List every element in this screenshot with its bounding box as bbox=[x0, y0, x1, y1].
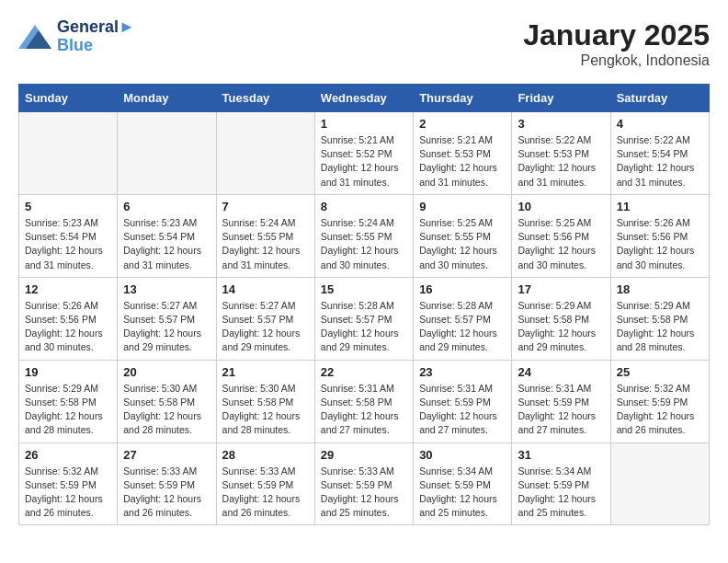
calendar-header-saturday: Saturday bbox=[610, 85, 709, 112]
calendar-cell: 12Sunrise: 5:26 AMSunset: 5:56 PMDayligh… bbox=[19, 277, 118, 360]
day-number: 10 bbox=[518, 200, 604, 213]
calendar-cell bbox=[118, 112, 216, 195]
calendar-week-3: 12Sunrise: 5:26 AMSunset: 5:56 PMDayligh… bbox=[19, 277, 710, 360]
calendar-cell: 31Sunrise: 5:34 AMSunset: 5:59 PMDayligh… bbox=[512, 442, 610, 525]
day-number: 11 bbox=[617, 200, 703, 213]
day-info: Sunrise: 5:28 AMSunset: 5:57 PMDaylight:… bbox=[419, 299, 506, 355]
day-number: 1 bbox=[321, 117, 407, 131]
day-info: Sunrise: 5:31 AMSunset: 5:59 PMDaylight:… bbox=[518, 382, 604, 438]
calendar-cell: 3Sunrise: 5:22 AMSunset: 5:53 PMDaylight… bbox=[512, 112, 610, 195]
calendar-cell: 19Sunrise: 5:29 AMSunset: 5:58 PMDayligh… bbox=[19, 360, 118, 442]
day-number: 31 bbox=[518, 448, 604, 462]
day-info: Sunrise: 5:22 AMSunset: 5:53 PMDaylight:… bbox=[518, 133, 604, 190]
calendar-header-wednesday: Wednesday bbox=[314, 85, 413, 112]
calendar-header-thursday: Thursday bbox=[414, 85, 512, 112]
day-info: Sunrise: 5:33 AMSunset: 5:59 PMDaylight:… bbox=[321, 465, 407, 521]
day-number: 8 bbox=[321, 200, 407, 213]
day-number: 16 bbox=[419, 282, 506, 296]
calendar-cell: 23Sunrise: 5:31 AMSunset: 5:59 PMDayligh… bbox=[414, 360, 512, 442]
page-header: General► Blue January 2025 Pengkok, Indo… bbox=[18, 18, 710, 69]
calendar-cell bbox=[610, 442, 709, 525]
day-info: Sunrise: 5:24 AMSunset: 5:55 PMDaylight:… bbox=[222, 216, 309, 272]
day-number: 25 bbox=[617, 365, 703, 379]
day-info: Sunrise: 5:24 AMSunset: 5:55 PMDaylight:… bbox=[321, 216, 407, 272]
calendar-cell: 7Sunrise: 5:24 AMSunset: 5:55 PMDaylight… bbox=[216, 194, 314, 277]
day-info: Sunrise: 5:23 AMSunset: 5:54 PMDaylight:… bbox=[123, 216, 210, 272]
calendar-header-friday: Friday bbox=[512, 85, 610, 112]
calendar-cell: 5Sunrise: 5:23 AMSunset: 5:54 PMDaylight… bbox=[19, 194, 118, 277]
page-title: January 2025 bbox=[523, 18, 710, 52]
day-info: Sunrise: 5:33 AMSunset: 5:59 PMDaylight:… bbox=[222, 465, 309, 521]
day-number: 14 bbox=[222, 282, 309, 296]
day-info: Sunrise: 5:32 AMSunset: 5:59 PMDaylight:… bbox=[25, 465, 111, 521]
day-number: 3 bbox=[518, 117, 604, 131]
calendar-cell: 15Sunrise: 5:28 AMSunset: 5:57 PMDayligh… bbox=[314, 277, 413, 360]
calendar-header-tuesday: Tuesday bbox=[216, 85, 314, 112]
day-number: 17 bbox=[518, 282, 604, 296]
calendar-cell: 9Sunrise: 5:25 AMSunset: 5:55 PMDaylight… bbox=[414, 194, 512, 277]
day-number: 4 bbox=[617, 117, 703, 131]
calendar-header-row: SundayMondayTuesdayWednesdayThursdayFrid… bbox=[19, 85, 710, 112]
calendar-week-1: 1Sunrise: 5:21 AMSunset: 5:52 PMDaylight… bbox=[19, 112, 710, 195]
day-number: 22 bbox=[321, 365, 407, 379]
day-info: Sunrise: 5:25 AMSunset: 5:55 PMDaylight:… bbox=[419, 216, 506, 272]
day-info: Sunrise: 5:22 AMSunset: 5:54 PMDaylight:… bbox=[617, 133, 703, 190]
calendar-cell: 18Sunrise: 5:29 AMSunset: 5:58 PMDayligh… bbox=[610, 277, 709, 360]
calendar-cell bbox=[19, 112, 118, 195]
calendar-cell: 14Sunrise: 5:27 AMSunset: 5:57 PMDayligh… bbox=[216, 277, 314, 360]
day-info: Sunrise: 5:26 AMSunset: 5:56 PMDaylight:… bbox=[25, 299, 111, 355]
calendar-header-sunday: Sunday bbox=[19, 85, 118, 112]
calendar-cell: 16Sunrise: 5:28 AMSunset: 5:57 PMDayligh… bbox=[414, 277, 512, 360]
day-info: Sunrise: 5:31 AMSunset: 5:59 PMDaylight:… bbox=[419, 382, 506, 438]
calendar-cell: 28Sunrise: 5:33 AMSunset: 5:59 PMDayligh… bbox=[216, 442, 314, 525]
day-info: Sunrise: 5:23 AMSunset: 5:54 PMDaylight:… bbox=[25, 216, 111, 272]
day-info: Sunrise: 5:29 AMSunset: 5:58 PMDaylight:… bbox=[25, 382, 111, 438]
day-number: 19 bbox=[25, 365, 111, 379]
day-number: 27 bbox=[123, 448, 210, 462]
calendar-header-monday: Monday bbox=[118, 85, 216, 112]
day-number: 24 bbox=[518, 365, 604, 379]
calendar-cell: 26Sunrise: 5:32 AMSunset: 5:59 PMDayligh… bbox=[19, 442, 118, 525]
day-number: 2 bbox=[419, 117, 506, 131]
calendar-cell: 6Sunrise: 5:23 AMSunset: 5:54 PMDaylight… bbox=[118, 194, 216, 277]
day-info: Sunrise: 5:31 AMSunset: 5:58 PMDaylight:… bbox=[321, 382, 407, 438]
logo: General► Blue bbox=[18, 18, 135, 55]
calendar-cell: 8Sunrise: 5:24 AMSunset: 5:55 PMDaylight… bbox=[314, 194, 413, 277]
day-info: Sunrise: 5:27 AMSunset: 5:57 PMDaylight:… bbox=[123, 299, 210, 355]
calendar-cell: 29Sunrise: 5:33 AMSunset: 5:59 PMDayligh… bbox=[314, 442, 413, 525]
calendar-table: SundayMondayTuesdayWednesdayThursdayFrid… bbox=[18, 84, 710, 525]
day-number: 20 bbox=[123, 365, 210, 379]
day-number: 18 bbox=[617, 282, 703, 296]
day-info: Sunrise: 5:26 AMSunset: 5:56 PMDaylight:… bbox=[617, 216, 703, 272]
day-info: Sunrise: 5:30 AMSunset: 5:58 PMDaylight:… bbox=[222, 382, 309, 438]
logo-text: General► Blue bbox=[57, 18, 135, 55]
calendar-week-5: 26Sunrise: 5:32 AMSunset: 5:59 PMDayligh… bbox=[19, 442, 710, 525]
day-info: Sunrise: 5:21 AMSunset: 5:52 PMDaylight:… bbox=[321, 133, 407, 190]
calendar-cell bbox=[216, 112, 314, 195]
calendar-week-4: 19Sunrise: 5:29 AMSunset: 5:58 PMDayligh… bbox=[19, 360, 710, 442]
calendar-cell: 25Sunrise: 5:32 AMSunset: 5:59 PMDayligh… bbox=[610, 360, 709, 442]
day-number: 7 bbox=[222, 200, 309, 213]
calendar-cell: 10Sunrise: 5:25 AMSunset: 5:56 PMDayligh… bbox=[512, 194, 610, 277]
calendar-cell: 2Sunrise: 5:21 AMSunset: 5:53 PMDaylight… bbox=[414, 112, 512, 195]
day-info: Sunrise: 5:29 AMSunset: 5:58 PMDaylight:… bbox=[518, 299, 604, 355]
day-info: Sunrise: 5:32 AMSunset: 5:59 PMDaylight:… bbox=[617, 382, 703, 438]
title-block: January 2025 Pengkok, Indonesia bbox=[523, 18, 710, 69]
day-number: 15 bbox=[321, 282, 407, 296]
day-info: Sunrise: 5:33 AMSunset: 5:59 PMDaylight:… bbox=[123, 465, 210, 521]
page-subtitle: Pengkok, Indonesia bbox=[523, 52, 710, 69]
calendar-cell: 11Sunrise: 5:26 AMSunset: 5:56 PMDayligh… bbox=[610, 194, 709, 277]
day-number: 28 bbox=[222, 448, 309, 462]
day-info: Sunrise: 5:34 AMSunset: 5:59 PMDaylight:… bbox=[419, 465, 506, 521]
day-number: 26 bbox=[25, 448, 111, 462]
calendar-cell: 4Sunrise: 5:22 AMSunset: 5:54 PMDaylight… bbox=[610, 112, 709, 195]
calendar-body: 1Sunrise: 5:21 AMSunset: 5:52 PMDaylight… bbox=[19, 112, 710, 525]
day-info: Sunrise: 5:29 AMSunset: 5:58 PMDaylight:… bbox=[617, 299, 703, 355]
day-info: Sunrise: 5:34 AMSunset: 5:59 PMDaylight:… bbox=[518, 465, 604, 521]
day-number: 5 bbox=[25, 200, 111, 213]
day-number: 29 bbox=[321, 448, 407, 462]
calendar-cell: 13Sunrise: 5:27 AMSunset: 5:57 PMDayligh… bbox=[118, 277, 216, 360]
day-number: 13 bbox=[123, 282, 210, 296]
calendar-week-2: 5Sunrise: 5:23 AMSunset: 5:54 PMDaylight… bbox=[19, 194, 710, 277]
day-number: 12 bbox=[25, 282, 111, 296]
